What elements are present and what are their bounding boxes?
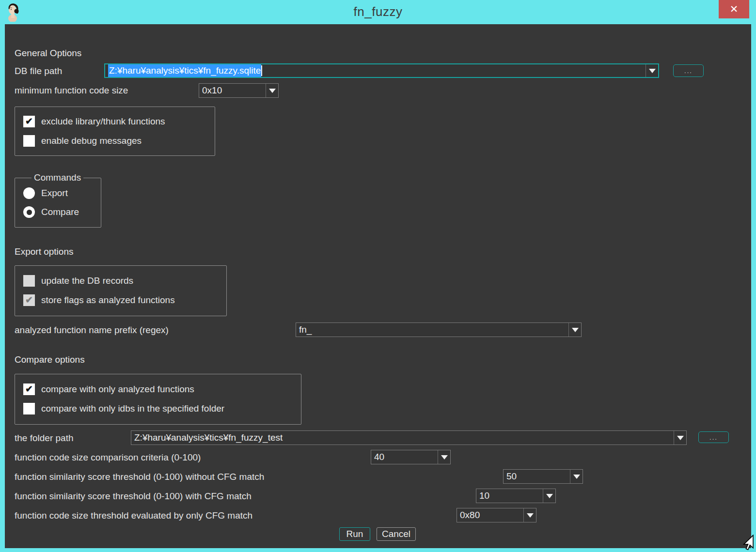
prefix-combobox[interactable]: fn_ xyxy=(296,322,582,337)
size-criteria-value: 40 xyxy=(371,450,438,464)
sim-with-cfg-value: 10 xyxy=(476,489,543,503)
db-file-path-label: DB file path xyxy=(15,65,62,77)
compare-radio-label[interactable]: Compare xyxy=(41,206,79,218)
general-checkbox-group xyxy=(15,107,215,156)
compare-radio[interactable] xyxy=(23,206,35,218)
export-checkbox-group xyxy=(15,265,227,316)
export-radio-label[interactable]: Export xyxy=(41,187,68,199)
store-flags-checkbox xyxy=(23,294,35,306)
chevron-down-icon[interactable] xyxy=(568,323,581,337)
folder-path-combobox[interactable]: Z:¥haru¥analysis¥tics¥fn_fuzzy_test xyxy=(131,430,687,445)
run-button[interactable]: Run xyxy=(339,527,370,541)
min-code-size-value: 0x10 xyxy=(199,84,266,97)
chevron-down-icon[interactable] xyxy=(266,84,278,97)
commands-group: Commands xyxy=(15,178,101,228)
folder-browse-button[interactable]: ... xyxy=(698,431,729,443)
update-db-checkbox xyxy=(23,275,35,287)
chevron-down-icon[interactable] xyxy=(543,489,555,503)
chevron-down-icon[interactable] xyxy=(523,508,536,522)
commands-legend: Commands xyxy=(32,172,83,183)
compare-checkbox-group xyxy=(15,374,301,425)
prefix-label: analyzed function name prefix (regex) xyxy=(15,324,169,336)
chevron-down-icon[interactable] xyxy=(646,64,658,77)
debug-messages-checkbox[interactable] xyxy=(23,135,35,147)
update-db-label: update the DB records xyxy=(41,275,133,287)
sim-without-cfg-combobox[interactable]: 50 xyxy=(503,469,583,484)
folder-path-label: the folder path xyxy=(15,432,73,444)
only-analyzed-label[interactable]: compare with only analyzed functions xyxy=(41,383,194,395)
size-cfg-only-combobox[interactable]: 0x80 xyxy=(457,508,536,522)
db-path-browse-button[interactable]: ... xyxy=(673,64,704,77)
folder-path-value: Z:¥haru¥analysis¥tics¥fn_fuzzy_test xyxy=(131,431,674,445)
sim-without-cfg-label: function similarity score threshold (0-1… xyxy=(15,471,264,483)
db-file-path-combobox[interactable]: Z:¥haru¥analysis¥tics¥fn_fuzzy.sqlite xyxy=(104,63,659,78)
export-options-heading: Export options xyxy=(15,246,73,257)
exclude-library-label[interactable]: exclude library/thunk functions xyxy=(41,116,165,127)
general-options-heading: General Options xyxy=(15,48,81,59)
sim-without-cfg-value: 50 xyxy=(504,470,570,483)
compare-options-heading: Compare options xyxy=(15,354,85,365)
sim-with-cfg-combobox[interactable]: 10 xyxy=(476,489,556,503)
cancel-button[interactable]: Cancel xyxy=(377,527,416,541)
chevron-down-icon[interactable] xyxy=(674,431,686,445)
size-criteria-label: function code size comparison criteria (… xyxy=(15,452,201,463)
dialog-body: General Options DB file path Z:¥haru¥ana… xyxy=(5,24,751,548)
chevron-down-icon[interactable] xyxy=(570,470,583,483)
prefix-value: fn_ xyxy=(296,323,568,337)
window-title: fn_fuzzy xyxy=(0,4,756,19)
only-idbs-checkbox[interactable] xyxy=(23,403,35,414)
only-analyzed-checkbox[interactable] xyxy=(23,383,35,395)
debug-messages-label[interactable]: enable debug messages xyxy=(41,135,142,147)
size-cfg-only-value: 0x80 xyxy=(457,508,523,522)
titlebar: fn_fuzzy ✕ xyxy=(0,0,756,24)
db-file-path-value: Z:¥haru¥analysis¥tics¥fn_fuzzy.sqlite xyxy=(105,64,646,77)
size-cfg-only-label: function code size threshold evaluated b… xyxy=(15,510,252,521)
exclude-library-checkbox[interactable] xyxy=(23,116,35,127)
min-code-size-label: minimum function code size xyxy=(15,85,128,96)
only-idbs-label[interactable]: compare with only idbs in the specified … xyxy=(41,403,224,414)
sim-with-cfg-label: function similarity score threshold (0-1… xyxy=(15,491,252,502)
min-code-size-combobox[interactable]: 0x10 xyxy=(199,83,279,98)
close-icon[interactable]: ✕ xyxy=(719,0,749,18)
store-flags-label: store flags as analyzed functions xyxy=(41,294,175,306)
text-caret xyxy=(261,65,262,76)
chevron-down-icon[interactable] xyxy=(438,450,450,464)
size-criteria-combobox[interactable]: 40 xyxy=(371,450,451,464)
export-radio[interactable] xyxy=(23,187,35,199)
